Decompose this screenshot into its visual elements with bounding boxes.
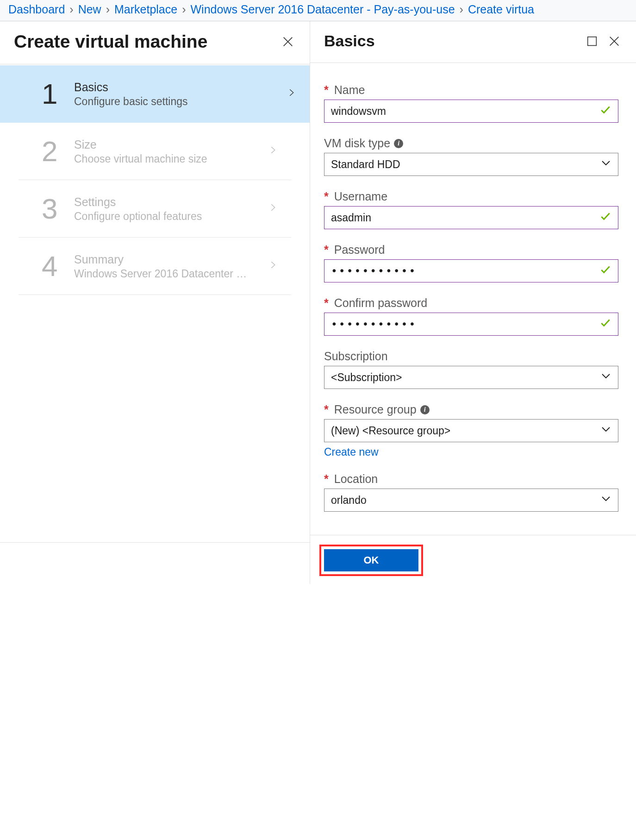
step-number: 2 [42, 135, 74, 168]
step-sublabel: Windows Server 2016 Datacenter … [74, 268, 259, 280]
field-resource-group: * Resource group i (New) <Resource group… [324, 403, 618, 458]
subscription-select[interactable]: <Subscription> [324, 366, 618, 389]
breadcrumb-dashboard[interactable]: Dashboard [8, 3, 65, 16]
chevron-right-icon: › [69, 3, 73, 16]
chevron-right-icon: › [106, 3, 110, 16]
required-marker: * [324, 472, 329, 486]
check-icon [599, 210, 611, 225]
chevron-down-icon [600, 370, 611, 384]
location-select[interactable]: orlando [324, 489, 618, 512]
right-footer: OK [310, 535, 636, 584]
resource-group-label: Resource group [334, 403, 417, 416]
required-marker: * [324, 403, 329, 416]
step-label: Size [74, 137, 269, 152]
wizard-steps: 1 Basics Configure basic settings 2 Size… [0, 64, 310, 295]
check-icon [599, 104, 611, 119]
confirm-input[interactable]: ••••••••••• [324, 313, 618, 336]
field-username: * Username asadmin [324, 190, 618, 229]
resource-group-select[interactable]: (New) <Resource group> [324, 419, 618, 442]
step-settings[interactable]: 3 Settings Configure optional features [19, 180, 291, 238]
svg-rect-0 [588, 37, 597, 45]
breadcrumb-marketplace[interactable]: Marketplace [114, 3, 177, 16]
chevron-right-icon [287, 86, 296, 102]
step-sublabel: Configure basic settings [74, 95, 259, 108]
username-label: Username [334, 190, 387, 203]
restore-icon[interactable] [584, 33, 600, 49]
password-label: Password [334, 243, 385, 257]
right-blade-header: Basics [310, 21, 636, 63]
ok-button[interactable]: OK [324, 549, 418, 571]
password-input[interactable]: ••••••••••• [324, 259, 618, 282]
close-icon[interactable] [606, 33, 622, 49]
disk-label: VM disk type [324, 137, 390, 150]
field-disk: VM disk type i Standard HDD [324, 137, 618, 176]
chevron-right-icon: › [460, 3, 463, 16]
step-sublabel: Choose virtual machine size [74, 153, 259, 165]
check-icon [599, 263, 611, 278]
chevron-down-icon [600, 157, 611, 171]
field-name: * Name windowsvm [324, 83, 618, 123]
left-blade-header: Create virtual machine [0, 21, 310, 64]
name-input[interactable]: windowsvm [324, 100, 618, 123]
page-title: Create virtual machine [14, 31, 274, 52]
step-number: 3 [42, 192, 74, 225]
breadcrumb-offer[interactable]: Windows Server 2016 Datacenter - Pay-as-… [190, 3, 455, 16]
left-footer [0, 542, 310, 584]
step-label: Summary [74, 252, 269, 267]
step-number: 4 [42, 250, 74, 282]
chevron-right-icon: › [182, 3, 186, 16]
form-title: Basics [324, 32, 578, 50]
required-marker: * [324, 190, 329, 203]
info-icon[interactable]: i [394, 139, 403, 148]
required-marker: * [324, 296, 329, 310]
field-subscription: Subscription <Subscription> [324, 350, 618, 389]
breadcrumb-new[interactable]: New [78, 3, 101, 16]
chevron-down-icon [600, 493, 611, 507]
field-password: * Password ••••••••••• [324, 243, 618, 282]
required-marker: * [324, 83, 329, 97]
confirm-label: Confirm password [334, 296, 427, 310]
location-label: Location [334, 472, 378, 486]
step-size[interactable]: 2 Size Choose virtual machine size [19, 123, 291, 180]
create-new-link[interactable]: Create new [324, 446, 379, 458]
breadcrumb-create-vm[interactable]: Create virtua [468, 3, 534, 16]
check-icon [599, 317, 611, 332]
chevron-right-icon [269, 143, 277, 159]
subscription-label: Subscription [324, 350, 388, 363]
name-label: Name [334, 83, 365, 97]
info-icon[interactable]: i [420, 405, 430, 414]
step-number: 1 [42, 77, 74, 110]
chevron-right-icon [269, 201, 277, 217]
chevron-down-icon [600, 424, 611, 438]
field-confirm: * Confirm password ••••••••••• [324, 296, 618, 336]
step-summary[interactable]: 4 Summary Windows Server 2016 Datacenter… [19, 238, 291, 295]
step-sublabel: Configure optional features [74, 210, 259, 223]
step-basics[interactable]: 1 Basics Configure basic settings [0, 65, 310, 123]
field-location: * Location orlando [324, 472, 618, 512]
step-label: Settings [74, 194, 269, 210]
ok-highlight: OK [319, 545, 423, 576]
disk-select[interactable]: Standard HDD [324, 153, 618, 176]
step-label: Basics [74, 80, 287, 95]
chevron-right-icon [269, 258, 277, 274]
username-input[interactable]: asadmin [324, 206, 618, 229]
close-icon[interactable] [280, 34, 296, 50]
required-marker: * [324, 243, 329, 257]
breadcrumb: Dashboard › New › Marketplace › Windows … [0, 0, 636, 21]
